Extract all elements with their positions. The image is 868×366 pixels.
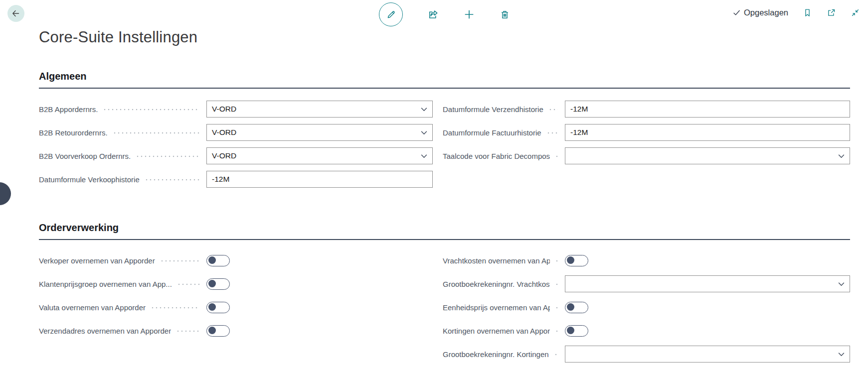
add-button[interactable] bbox=[464, 9, 475, 20]
toggle-knob bbox=[208, 280, 216, 287]
field-label: Datumformule Verkoophistorie bbox=[39, 175, 140, 184]
app-topbar: Opgeslagen bbox=[0, 0, 868, 28]
field-label: Datumformule Verzendhistorie bbox=[443, 105, 543, 114]
section-title: Orderverwerking bbox=[39, 222, 850, 240]
toggle-off[interactable] bbox=[565, 325, 588, 337]
field-label: Grootboekrekeningnr. Kortingen bbox=[443, 350, 549, 359]
toggle-off[interactable] bbox=[206, 325, 230, 337]
dotted-leader bbox=[176, 330, 199, 332]
field-label: Taalcode voor Fabric Decomposition bbox=[443, 152, 550, 160]
field-label-area: Kortingen overnemen van Apporder bbox=[443, 327, 565, 335]
field-control bbox=[565, 275, 850, 292]
toggle-off[interactable] bbox=[206, 302, 230, 313]
field-value: V-ORD bbox=[212, 128, 236, 137]
combobox-input[interactable]: V-ORD bbox=[206, 124, 433, 141]
field-row: Datumformule Factuurhistorie-12M bbox=[443, 124, 850, 141]
toggle-off[interactable] bbox=[565, 302, 588, 313]
field-label: B2B Appordernrs. bbox=[39, 105, 98, 114]
field-label: Datumformule Factuurhistorie bbox=[443, 128, 541, 137]
dotted-leader bbox=[136, 155, 199, 157]
bookmark-icon bbox=[803, 8, 812, 17]
field-label-area: Grootboekrekeningnr. Vrachtkosten bbox=[443, 280, 565, 288]
collapse-icon bbox=[851, 8, 860, 17]
field-row: Grootboekrekeningnr. Vrachtkosten bbox=[443, 275, 850, 292]
field-control bbox=[206, 302, 433, 313]
field-label-area: Taalcode voor Fabric Decomposition bbox=[443, 152, 565, 160]
text-input[interactable]: -12M bbox=[565, 101, 850, 118]
dotted-leader bbox=[548, 109, 558, 111]
field-control bbox=[565, 255, 850, 266]
field-label: Verzendadres overnemen van Apporder bbox=[39, 327, 171, 335]
field-value: V-ORD bbox=[212, 151, 236, 160]
toggle-knob bbox=[208, 327, 216, 334]
field-control bbox=[206, 325, 433, 337]
field-label-area: B2B Voorverkoop Ordernrs. bbox=[39, 152, 206, 160]
field-label: Grootboekrekeningnr. Vrachtkosten bbox=[443, 280, 550, 288]
collapse-button[interactable] bbox=[851, 8, 860, 17]
toggle-knob bbox=[567, 256, 574, 264]
check-icon bbox=[732, 8, 741, 17]
field-value: -12M bbox=[570, 105, 588, 114]
section-fields: B2B Appordernrs.V-ORDB2B Retourordernrs.… bbox=[39, 101, 850, 194]
side-panel-handle[interactable] bbox=[0, 182, 11, 205]
share-button[interactable] bbox=[428, 9, 439, 20]
combobox-input[interactable] bbox=[565, 275, 850, 292]
open-in-window-button[interactable] bbox=[827, 8, 836, 17]
toggle-knob bbox=[208, 303, 216, 311]
field-row: Verzendadres overnemen van Apporder bbox=[39, 322, 433, 339]
field-row: Valuta overnemen van Apporder bbox=[39, 299, 433, 316]
toggle-off[interactable] bbox=[206, 255, 230, 266]
text-input[interactable]: -12M bbox=[206, 171, 433, 188]
field-row: Vrachtkosten overnemen van Apporder bbox=[443, 252, 850, 269]
dotted-leader bbox=[145, 179, 199, 181]
dotted-leader bbox=[555, 260, 558, 262]
trash-icon bbox=[500, 9, 510, 20]
dotted-leader bbox=[103, 109, 199, 111]
field-control: V-ORD bbox=[206, 147, 433, 164]
back-button[interactable] bbox=[7, 5, 24, 22]
field-control: -12M bbox=[565, 101, 850, 118]
field-row: Grootboekrekeningnr. Kortingen bbox=[443, 346, 850, 363]
edit-button[interactable] bbox=[379, 2, 403, 26]
field-label: Verkoper overnemen van Apporder bbox=[39, 256, 155, 265]
field-row: B2B Appordernrs.V-ORD bbox=[39, 101, 433, 118]
dotted-leader bbox=[555, 283, 558, 285]
field-control: V-ORD bbox=[206, 124, 433, 141]
dotted-leader bbox=[160, 260, 199, 262]
field-row: Verkoper overnemen van Apporder bbox=[39, 252, 433, 269]
combobox-input[interactable]: V-ORD bbox=[206, 101, 433, 118]
arrow-left-icon bbox=[11, 8, 21, 18]
field-control bbox=[565, 325, 850, 337]
section-fields: Verkoper overnemen van ApporderKlantenpr… bbox=[39, 252, 850, 366]
field-label: Kortingen overnemen van Apporder bbox=[443, 327, 550, 335]
field-label-area: Datumformule Verzendhistorie bbox=[443, 105, 565, 114]
section-algemeen: AlgemeenB2B Appordernrs.V-ORDB2B Retouro… bbox=[39, 71, 850, 194]
combobox-input[interactable] bbox=[565, 346, 850, 363]
delete-button[interactable] bbox=[500, 9, 510, 20]
share-icon bbox=[428, 9, 439, 20]
combobox-input[interactable]: V-ORD bbox=[206, 147, 433, 164]
text-input[interactable]: -12M bbox=[565, 124, 850, 141]
field-control bbox=[565, 302, 850, 313]
field-label-area: Datumformule Verkoophistorie bbox=[39, 175, 206, 184]
field-row: Kortingen overnemen van Apporder bbox=[443, 322, 850, 339]
toggle-off[interactable] bbox=[206, 278, 230, 290]
field-label: Klantenprijsgroep overnemen van App... bbox=[39, 280, 172, 288]
combobox-input[interactable] bbox=[565, 147, 850, 164]
dotted-leader bbox=[151, 307, 199, 309]
field-label: Valuta overnemen van Apporder bbox=[39, 303, 146, 312]
toggle-off[interactable] bbox=[565, 255, 588, 266]
field-control bbox=[206, 255, 433, 266]
save-status: Opgeslagen bbox=[732, 8, 788, 17]
field-label-area: Eenheidsprijs overnemen van Apporder bbox=[443, 303, 565, 312]
field-label-area: Valuta overnemen van Apporder bbox=[39, 303, 206, 312]
bookmark-button[interactable] bbox=[803, 8, 812, 17]
fields-column-left: B2B Appordernrs.V-ORDB2B Retourordernrs.… bbox=[39, 101, 433, 194]
dotted-leader bbox=[555, 155, 558, 157]
fields-column-left: Verkoper overnemen van ApporderKlantenpr… bbox=[39, 252, 433, 366]
field-row: Datumformule Verzendhistorie-12M bbox=[443, 101, 850, 118]
field-label: Eenheidsprijs overnemen van Apporder bbox=[443, 303, 550, 312]
field-label-area: B2B Appordernrs. bbox=[39, 105, 206, 114]
field-control: V-ORD bbox=[206, 101, 433, 118]
field-row: Taalcode voor Fabric Decomposition bbox=[443, 147, 850, 164]
